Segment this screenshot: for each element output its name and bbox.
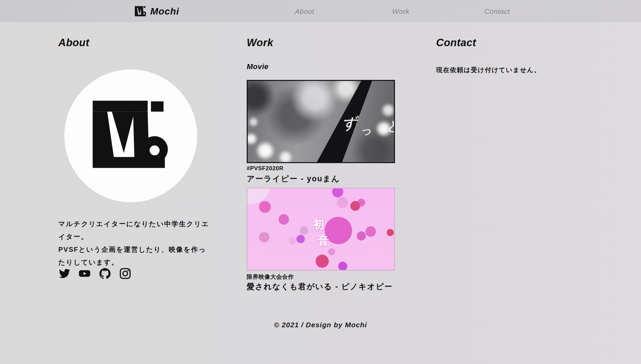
profile-avatar	[64, 69, 197, 202]
mochi-logo-icon	[135, 6, 146, 17]
video1-background	[247, 80, 395, 163]
instagram-link[interactable]	[119, 267, 131, 279]
bio-line-1: マルチクリエイターになりたい中学生クリエイター。	[58, 220, 209, 240]
about-heading: About	[58, 35, 211, 50]
contact-note: 現在依頼は受け付けていません。	[436, 66, 598, 74]
bio-line-2: PVSFという企画を運営したり、映像を作ったりしています。	[58, 246, 206, 266]
nav-item-about[interactable]: About	[295, 0, 314, 23]
work-heading: Work	[247, 35, 399, 50]
video2-title: 愛されなくも君がいる - ピノキオピー	[247, 281, 393, 292]
video1-tag: #PVSF2020R	[247, 165, 283, 172]
video1-overlay-char: と	[387, 117, 395, 135]
github-icon	[99, 268, 111, 279]
video1-title: アーライピー - youまん	[247, 174, 340, 184]
brand-label: Mochi	[150, 6, 179, 17]
video2-overlay-char: 音	[318, 234, 329, 248]
brand-home-link[interactable]: Mochi	[135, 0, 179, 23]
github-link[interactable]	[99, 267, 111, 279]
video1-overlay-char: ず	[342, 113, 357, 133]
copyright-text: © 2021 / Design by Mochi	[274, 321, 367, 329]
contact-section: Contact 現在依頼は受け付けていません。	[436, 35, 588, 136]
video-thumbnail-2[interactable]: 初 音	[247, 188, 395, 271]
bio-text: マルチクリエイターになりたい中学生クリエイター。PVSFという企画を運営したり、…	[58, 217, 211, 269]
youtube-icon	[79, 268, 91, 279]
mochi-logo-large-icon	[93, 100, 169, 170]
video2-tag: 限界映像大会合作	[247, 273, 294, 281]
about-section: About マルチクリエイターになりたい中学生クリエイター。PVSFという企画を…	[58, 35, 211, 292]
navbar: Mochi About Work Contact	[0, 0, 641, 23]
social-links	[58, 267, 131, 279]
twitter-link[interactable]	[58, 267, 70, 279]
twitter-icon	[59, 268, 70, 279]
video-thumbnail-1[interactable]: ず っ と	[247, 80, 395, 163]
contact-heading: Contact	[436, 35, 588, 50]
work-section: Work Movie ず っ と #PVSF2020R アーライピー - you…	[247, 35, 399, 302]
youtube-link[interactable]	[79, 267, 91, 279]
video1-overlay-char: っ	[360, 123, 372, 138]
video2-overlay-char: 初	[313, 217, 324, 232]
nav-item-work[interactable]: Work	[392, 0, 409, 23]
instagram-icon	[120, 268, 131, 279]
nav-item-contact[interactable]: Contact	[484, 0, 510, 23]
movie-subheading: Movie	[247, 62, 269, 71]
footer: © 2021 / Design by Mochi	[0, 321, 641, 329]
